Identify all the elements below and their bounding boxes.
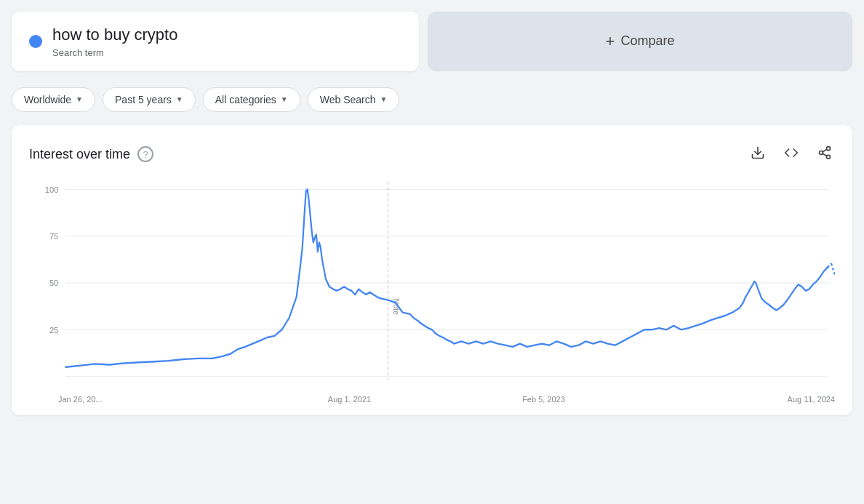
svg-text:100: 100 [45, 185, 58, 193]
svg-text:25: 25 [49, 325, 58, 334]
filter-search-type[interactable]: Web Search ▼ [308, 87, 400, 112]
filter-region[interactable]: Worldwide ▼ [12, 87, 95, 112]
filter-search-type-label: Web Search [320, 94, 376, 105]
embed-icon[interactable] [781, 143, 801, 167]
search-dot [29, 35, 42, 48]
chevron-down-icon: ▼ [176, 95, 183, 103]
compare-label: Compare [620, 33, 674, 49]
search-term-card: how to buy crypto Search term [12, 12, 419, 71]
search-term-label: Search term [52, 47, 177, 58]
x-label-feb2023: Feb 5, 2023 [447, 395, 641, 404]
svg-line-4 [823, 153, 827, 156]
chart-title: Interest over time [29, 147, 130, 162]
top-section: how to buy crypto Search term + Compare [0, 0, 864, 80]
filter-category-label: All categories [215, 94, 276, 105]
filter-time[interactable]: Past 5 years ▼ [103, 87, 196, 112]
chart-actions [748, 143, 835, 167]
compare-plus-icon: + [606, 32, 615, 51]
x-label-aug2021: Aug 1, 2021 [252, 395, 447, 404]
help-icon[interactable]: ? [137, 146, 153, 162]
chart-header: Interest over time ? [29, 143, 835, 167]
download-icon[interactable] [748, 143, 768, 167]
x-label-start: Jan 26, 20... [58, 395, 252, 404]
filters-section: Worldwide ▼ Past 5 years ▼ All categorie… [0, 80, 864, 122]
x-label-aug2024: Aug 11, 2024 [641, 395, 835, 404]
svg-line-5 [823, 149, 827, 151]
compare-card[interactable]: + Compare [428, 12, 852, 71]
filter-time-label: Past 5 years [115, 94, 172, 105]
x-labels: Jan 26, 20... Aug 1, 2021 Feb 5, 2023 Au… [29, 392, 835, 404]
svg-line-18 [831, 263, 835, 275]
chart-title-group: Interest over time ? [29, 146, 153, 162]
chevron-down-icon: ▼ [281, 95, 288, 103]
chevron-down-icon: ▼ [380, 95, 387, 103]
chart-section: Interest over time ? [12, 125, 852, 415]
interest-chart: 100 75 50 25 Note [29, 174, 835, 392]
search-term-text: how to buy crypto Search term [52, 25, 177, 58]
filter-category[interactable]: All categories ▼ [203, 87, 300, 112]
filter-region-label: Worldwide [24, 94, 71, 105]
search-term-title: how to buy crypto [52, 25, 177, 46]
chevron-down-icon: ▼ [76, 95, 83, 103]
share-icon[interactable] [815, 143, 835, 167]
svg-text:75: 75 [49, 231, 58, 240]
svg-text:50: 50 [49, 279, 58, 287]
chart-container: 100 75 50 25 Note [29, 174, 835, 392]
